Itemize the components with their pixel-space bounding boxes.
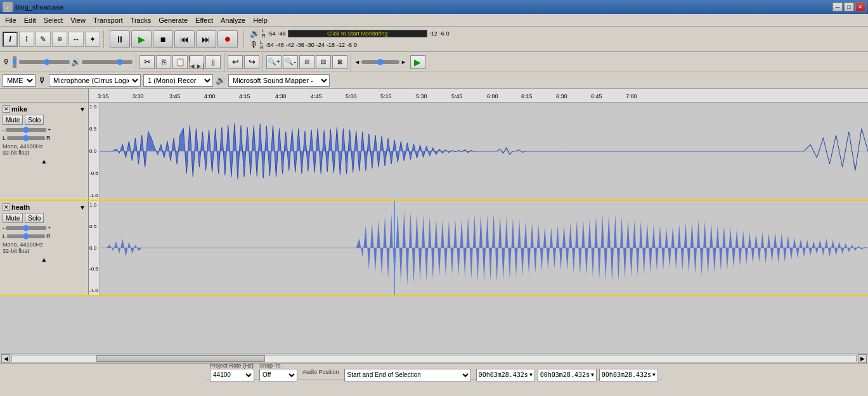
play-green-button[interactable]: ▶ (410, 55, 425, 69)
track-heath-collapse[interactable]: ▲ (3, 256, 86, 263)
track-mike-gain-slider[interactable] (6, 128, 46, 132)
toolbar-sep-3 (136, 53, 136, 71)
draw-tool-button[interactable]: ✎ (36, 32, 51, 47)
heath-gain-min: - (3, 225, 4, 231)
multi-tool-button[interactable]: ✦ (85, 32, 100, 47)
end-time-dropdown[interactable]: ▼ (652, 372, 656, 378)
track-heath-mute-solo: Mute Solo (3, 213, 86, 223)
ruler-mark-7: 5:00 (346, 93, 357, 99)
ruler-mark-6: 4:45 (311, 93, 322, 99)
track-heath-waveform-area[interactable]: 1.0 0.5 0.0 -0.5 -1.0 (89, 201, 868, 295)
titlebar-controls[interactable]: ─ □ ✕ (832, 3, 865, 11)
skip-end-button[interactable]: ⏭ (196, 30, 216, 48)
device-toolbar: MME 🎙 Microphone (Cirrus Logic 1 (Mono) … (0, 72, 868, 89)
playback-meter-bar[interactable]: Click to Start Monitoring (288, 30, 427, 37)
menu-tracks[interactable]: Tracks (127, 15, 155, 25)
copy-button[interactable]: ⎘ (156, 55, 171, 69)
menu-analyze[interactable]: Analyze (217, 15, 249, 25)
zoom-toggle-button[interactable]: ⊠ (332, 55, 347, 69)
track-mike: ✕ mike ▼ Mute Solo - + L R (0, 103, 868, 201)
zoom-in-button[interactable]: 🔍+ (266, 55, 282, 69)
track-heath-gain-row: - + (3, 225, 86, 231)
zoom-out-button[interactable]: 🔍- (283, 55, 298, 69)
selection-tool-button[interactable]: I (3, 32, 18, 47)
close-button[interactable]: ✕ (855, 3, 865, 11)
selection-mode-select[interactable]: Start and End of Selection (344, 369, 471, 381)
snap-to-group: Snap-To Off (259, 362, 297, 381)
silence-button[interactable]: || (205, 55, 221, 69)
menu-generate[interactable]: Generate (155, 15, 191, 25)
track-heath-solo-button[interactable]: Solo (25, 213, 44, 223)
redo-button[interactable]: ↪ (244, 55, 259, 69)
start-time-box[interactable]: 00h03m28.432s ▼ (538, 369, 597, 381)
input-volume-track[interactable] (19, 60, 70, 64)
api-select[interactable]: MME (3, 74, 36, 87)
project-rate-select[interactable]: 44100 (210, 369, 254, 381)
track-mike-arrow[interactable]: ▼ (79, 106, 86, 113)
zoom-fit-vert-button[interactable]: ⊟ (316, 55, 331, 69)
position-time-box[interactable]: 00h03m28.432s ▼ (476, 369, 535, 381)
playback-rate-label-fast: ► (401, 59, 406, 65)
timeshift-tool-button[interactable]: ↔ (68, 32, 84, 47)
track-mike-pan-slider[interactable] (7, 136, 45, 140)
menu-file[interactable]: File (1, 15, 20, 25)
scroll-right-button[interactable]: ▶ (858, 354, 867, 363)
record-button[interactable]: ● (217, 30, 238, 48)
menu-effect[interactable]: Effect (191, 15, 217, 25)
track-mike-collapse[interactable]: ▲ (3, 158, 86, 165)
click-monitor-label: Click to Start Monitoring (327, 30, 388, 37)
microphone-select[interactable]: Microphone (Cirrus Logic (49, 74, 141, 87)
cut-button[interactable]: ✂ (139, 55, 155, 69)
ruler-mark-10: 5:45 (451, 93, 463, 99)
scroll-thumb[interactable] (96, 355, 265, 362)
zoom-fit-button[interactable]: ⊞ (299, 55, 314, 69)
maximize-button[interactable]: □ (844, 3, 854, 11)
track-mike-solo-button[interactable]: Solo (25, 115, 44, 125)
stop-button[interactable]: ■ (153, 30, 173, 48)
speaker-device-icon: 🔊 (216, 75, 226, 85)
menu-edit[interactable]: Edit (20, 15, 40, 25)
horizontal-scrollbar[interactable]: ◀ ▶ (0, 353, 868, 363)
menu-select[interactable]: Select (40, 15, 67, 25)
scroll-left-button[interactable]: ◀ (1, 354, 10, 363)
speaker-select[interactable]: Microsoft Sound Mapper - (228, 74, 330, 87)
end-time-box[interactable]: 00h03m28.432s ▼ (599, 369, 658, 381)
track-heath-gain-slider[interactable] (6, 226, 46, 230)
track-heath-info: Mono, 44100Hz 32-bit float (3, 241, 86, 254)
menu-transport[interactable]: Transport (89, 15, 127, 25)
zoom-tool-button[interactable]: ⊕ (52, 32, 67, 47)
track-heath-arrow[interactable]: ▼ (79, 204, 86, 211)
trim-button[interactable]: |◄►| (189, 55, 204, 69)
playback-rate-track[interactable] (361, 60, 399, 64)
scroll-track[interactable] (11, 355, 857, 362)
rec-level-6: -24 (316, 42, 325, 48)
rec-level-3: -42 (286, 42, 294, 48)
track-mike-close[interactable]: ✕ (3, 105, 10, 113)
start-time-dropdown[interactable]: ▼ (591, 372, 594, 378)
play-button[interactable]: ▶ (131, 30, 152, 48)
playback-meter-row: 🔊 LR -54 -48 Click to Start Monitoring -… (250, 29, 450, 39)
ruler-mark-8: 5:15 (380, 93, 392, 99)
ruler-mark-0: 3:15 (98, 93, 109, 99)
rec-level-9: -6 (347, 42, 352, 48)
track-mike-mute-button[interactable]: Mute (3, 115, 23, 125)
track-heath-close[interactable]: ✕ (3, 203, 10, 211)
paste-button[interactable]: 📋 (172, 55, 188, 69)
output-volume-track[interactable] (82, 60, 133, 64)
track-heath-pan-slider[interactable] (7, 234, 45, 238)
minimize-button[interactable]: ─ (832, 3, 843, 11)
pan-r-label: R (46, 135, 51, 141)
snap-to-select[interactable]: Off (259, 369, 297, 381)
position-time-value: 00h03m28.432s (479, 371, 528, 378)
pause-button[interactable]: ⏸ (110, 30, 130, 48)
channel-select[interactable]: 1 (Mono) Recor (143, 74, 213, 87)
undo-button[interactable]: ↩ (228, 55, 243, 69)
position-time-dropdown[interactable]: ▼ (529, 372, 533, 378)
track-mike-waveform-area[interactable]: 1.0 0.5 0.0 -0.5 -1.0 (89, 103, 868, 200)
menu-view[interactable]: View (67, 15, 89, 25)
track-heath-mute-button[interactable]: Mute (3, 213, 23, 223)
envelope-tool-button[interactable]: ⌇ (19, 32, 34, 47)
menu-help[interactable]: Help (249, 15, 271, 25)
track-heath-header: ✕ heath ▼ Mute Solo - + L R (0, 201, 89, 295)
skip-start-button[interactable]: ⏮ (174, 30, 195, 48)
